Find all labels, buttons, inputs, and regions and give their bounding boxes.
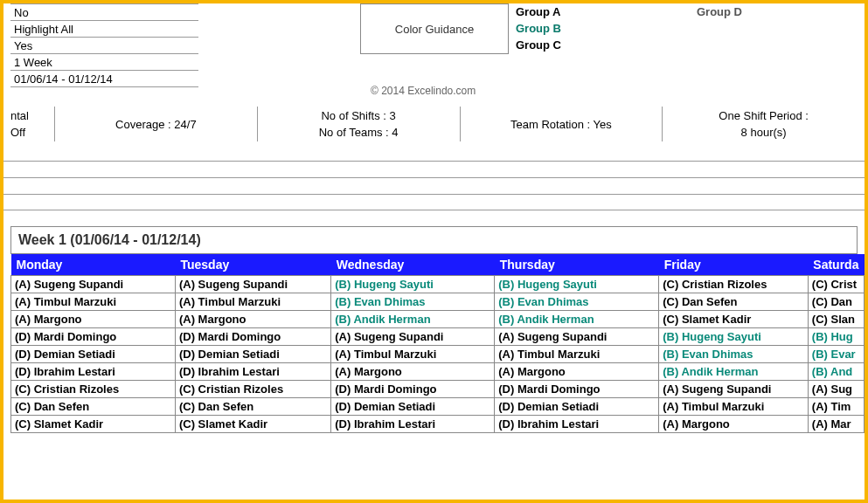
coverage-text: Coverage : 24/7 (74, 116, 238, 133)
schedule-cell: (D) Ibrahim Lestari (495, 416, 659, 433)
group-c-label: Group C (516, 37, 561, 53)
period-text-2: 8 hour(s) (682, 124, 845, 141)
teams-text: No of Teams : 4 (277, 124, 441, 141)
schedule-cell: (B) Hugeng Sayuti (495, 276, 659, 293)
table-row: (D) Mardi Domingo(D) Mardi Domingo(A) Su… (11, 328, 865, 346)
schedule-cell: (D) Demian Setiadi (11, 346, 176, 363)
schedule-cell: (C) Slamet Kadir (11, 416, 176, 433)
schedule-cell: (A) Mar (808, 416, 864, 433)
groups-left: Group A Group B Group C (516, 3, 561, 87)
schedule-cell: (C) Cristian Rizoles (11, 381, 176, 398)
schedule-cell: (C) Cristian Rizoles (659, 276, 809, 293)
week-title: Week 1 (01/06/14 - 01/12/14) (10, 226, 858, 254)
shifts-cell: No of Shifts : 3 No of Teams : 4 (265, 107, 453, 141)
table-row: (A) Timbul Marzuki(A) Timbul Marzuki(B) … (11, 293, 865, 311)
setting-row[interactable]: 01/06/14 - 01/12/14 (10, 71, 198, 87)
divider (3, 194, 865, 210)
schedule-cell: (A) Sug (808, 381, 864, 398)
schedule-cell: (B) Evar (808, 346, 864, 363)
group-d-label: Group D (697, 3, 742, 20)
day-header-thursday: Thursday (495, 254, 659, 276)
schedule-cell: (C) Slamet Kadir (659, 311, 809, 328)
schedule-cell: (A) Margono (659, 416, 809, 433)
schedule-cell: (A) Margono (331, 363, 495, 381)
schedule-cell: (B) Andik Herman (331, 311, 495, 328)
table-row: (A) Margono(A) Margono(B) Andik Herman(B… (11, 311, 865, 328)
schedule-cell: (D) Ibrahim Lestari (175, 363, 330, 381)
separator (662, 107, 663, 141)
summary-left: ntal Off (3, 107, 47, 141)
schedule-cell: (D) Ibrahim Lestari (331, 416, 495, 433)
period-cell: One Shift Period : 8 hour(s) (670, 107, 858, 141)
table-row: (D) Ibrahim Lestari(D) Ibrahim Lestari(A… (11, 363, 865, 381)
schedule-cell: (C) Slan (808, 311, 864, 328)
table-row: (C) Cristian Rizoles(C) Cristian Rizoles… (11, 381, 865, 398)
day-header-wednesday: Wednesday (331, 254, 495, 276)
schedule-cell: (A) Sugeng Supandi (495, 328, 659, 346)
separator (460, 107, 461, 141)
settings-list: No Highlight All Yes 1 Week 01/06/14 - 0… (10, 3, 198, 87)
rotation-cell: Team Rotation : Yes (468, 116, 656, 133)
divider (3, 177, 865, 194)
schedule-cell: (B) Hug (808, 328, 864, 346)
schedule-cell: (C) Crist (808, 276, 864, 293)
day-header-monday: Monday (11, 254, 176, 276)
table-row: (C) Dan Sefen(C) Dan Sefen(D) Demian Set… (11, 398, 865, 416)
schedule-cell: (D) Mardi Domingo (495, 381, 659, 398)
schedule-cell: (B) Evan Dhimas (495, 293, 659, 311)
setting-row[interactable]: No (10, 4, 198, 21)
schedule-cell: (A) Timbul Marzuki (659, 398, 809, 416)
period-text-1: One Shift Period : (682, 107, 845, 124)
schedule-cell: (C) Dan Sefen (659, 293, 809, 311)
day-header-friday: Friday (659, 254, 809, 276)
color-guidance-box: Color Guidance (360, 3, 509, 54)
schedule-cell: (B) Andik Herman (495, 311, 659, 328)
schedule-cell: (A) Sugeng Supandi (659, 381, 809, 398)
schedule-cell: (A) Margono (11, 311, 176, 328)
schedule-body: (A) Sugeng Supandi(A) Sugeng Supandi(B) … (11, 276, 865, 433)
schedule-cell: (A) Timbul Marzuki (11, 293, 176, 311)
setting-row[interactable]: Highlight All (10, 21, 198, 38)
summary-row: ntal Off Coverage : 24/7 No of Shifts : … (3, 103, 865, 145)
schedule-cell: (C) Cristian Rizoles (175, 381, 330, 398)
schedule-cell: (C) Dan Sefen (175, 398, 330, 416)
setting-row[interactable]: 1 Week (10, 54, 198, 71)
divider (3, 161, 865, 177)
group-b-label: Group B (516, 20, 561, 37)
day-header-tuesday: Tuesday (175, 254, 330, 276)
schedule-cell: (B) Evan Dhimas (331, 293, 495, 311)
summary-left-line: ntal (10, 107, 47, 124)
schedule-cell: (C) Slamet Kadir (175, 416, 330, 433)
schedule-cell: (B) And (808, 363, 864, 381)
separator (54, 107, 55, 141)
coverage-cell: Coverage : 24/7 (62, 116, 250, 133)
shifts-text: No of Shifts : 3 (277, 107, 441, 124)
schedule-cell: (B) Hugeng Sayuti (331, 276, 495, 293)
rotation-text: Team Rotation : Yes (480, 116, 643, 133)
table-row: (D) Demian Setiadi(D) Demian Setiadi(A) … (11, 346, 865, 363)
schedule-cell: (A) Sugeng Supandi (175, 276, 330, 293)
schedule-cell: (D) Mardi Domingo (331, 381, 495, 398)
schedule-table: Monday Tuesday Wednesday Thursday Friday… (10, 254, 865, 433)
summary-left-line: Off (10, 124, 47, 141)
hr-lines (3, 161, 865, 210)
schedule-cell: (D) Demian Setiadi (331, 398, 495, 416)
schedule-cell: (D) Demian Setiadi (175, 346, 330, 363)
schedule-cell: (A) Margono (175, 311, 330, 328)
schedule-cell: (C) Dan (808, 293, 864, 311)
groups-right: Group D (697, 3, 742, 87)
schedule-cell: (C) Dan Sefen (11, 398, 176, 416)
schedule-cell: (A) Sugeng Supandi (331, 328, 495, 346)
separator (257, 107, 258, 141)
table-row: (A) Sugeng Supandi(A) Sugeng Supandi(B) … (11, 276, 865, 293)
group-a-label: Group A (516, 3, 561, 20)
schedule-cell: (A) Margono (495, 363, 659, 381)
setting-row[interactable]: Yes (10, 38, 198, 54)
schedule-cell: (B) Evan Dhimas (659, 346, 809, 363)
top-section: No Highlight All Yes 1 Week 01/06/14 - 0… (3, 3, 865, 87)
table-row: (C) Slamet Kadir(C) Slamet Kadir(D) Ibra… (11, 416, 865, 433)
schedule-cell: (B) Hugeng Sayuti (659, 328, 809, 346)
schedule-cell: (A) Sugeng Supandi (11, 276, 176, 293)
schedule-cell: (B) Andik Herman (659, 363, 809, 381)
schedule-cell: (D) Ibrahim Lestari (11, 363, 176, 381)
